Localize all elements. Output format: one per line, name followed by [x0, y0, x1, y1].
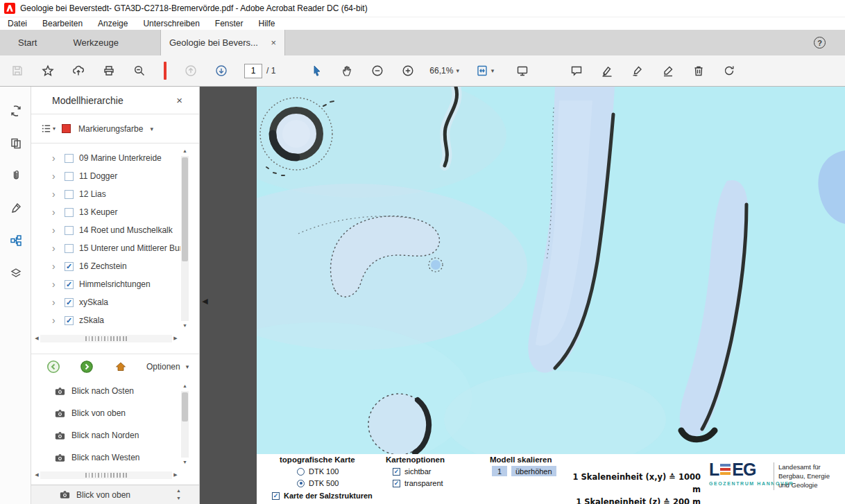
views-horizontal-scrollbar[interactable]: ◀ ▶ [33, 470, 179, 480]
tab-start[interactable]: Start [0, 30, 55, 55]
tab-werkzeuge[interactable]: Werkzeuge [55, 30, 137, 55]
fit-page-dropdown[interactable]: ▾ [469, 59, 501, 82]
tree-item[interactable]: ›✓xySkala [31, 293, 180, 311]
scroll-right-icon[interactable]: ▶ [172, 336, 179, 341]
scroll-down-icon[interactable]: ▼ [182, 322, 187, 329]
layer-checkbox[interactable]: ✓ [65, 262, 74, 271]
menu-fenster[interactable]: Fenster [207, 19, 251, 28]
chevron-right-icon[interactable]: › [52, 153, 60, 164]
layer-checkbox[interactable]: ✓ [65, 172, 74, 181]
checkbox-sichtbar[interactable]: ✓ [393, 468, 400, 476]
next-page-button[interactable] [210, 59, 233, 82]
menu-hilfe[interactable]: Hilfe [251, 19, 283, 28]
menu-anzeige[interactable]: Anzeige [90, 19, 135, 28]
scroll-up-icon[interactable]: ▲ [182, 148, 187, 155]
layer-checkbox[interactable]: ✓ [65, 154, 74, 163]
pdf-page[interactable]: topografische Karte DTK 100 DTK 500 ✓ Ka… [257, 87, 845, 504]
tab-close-icon[interactable]: × [271, 37, 276, 48]
next-view-button[interactable] [80, 360, 94, 374]
refresh-button[interactable] [717, 59, 741, 82]
marker-color-swatch[interactable] [62, 124, 71, 133]
tree-vertical-scrollbar[interactable]: ▲ ▼ [180, 148, 189, 329]
print-button[interactable] [97, 59, 121, 82]
radio-dtk500[interactable] [297, 480, 305, 487]
views-vertical-scrollbar[interactable]: ▲ ▼ [180, 383, 189, 466]
menu-unterschreiben[interactable]: Unterschreiben [135, 19, 207, 28]
tree-item[interactable]: ›✓13 Keuper [31, 203, 180, 221]
tree-horizontal-scrollbar[interactable]: ◀ ▶ [33, 333, 179, 343]
model-tree-icon[interactable] [8, 233, 24, 248]
view-item[interactable]: Blick nach Norden [31, 424, 180, 446]
scroll-up-icon[interactable]: ▲ [176, 487, 181, 494]
zoom-out-button[interactable] [366, 59, 389, 82]
view-item[interactable]: Blick von oben [31, 402, 180, 424]
chevron-right-icon[interactable]: › [52, 279, 60, 290]
chevron-right-icon[interactable]: › [52, 315, 60, 326]
screen-mode-button[interactable] [511, 59, 534, 82]
share-cloud-button[interactable] [67, 59, 90, 82]
view-item[interactable]: Blick nach Osten [31, 380, 180, 402]
radio-dtk100[interactable] [297, 468, 305, 476]
scroll-left-icon[interactable]: ◀ [33, 472, 40, 478]
menu-datei[interactable]: Datei [0, 19, 35, 28]
chevron-right-icon[interactable]: › [52, 207, 60, 218]
scale-value-field[interactable]: 1 [492, 466, 507, 476]
layer-checkbox[interactable]: ✓ [65, 316, 74, 325]
scroll-left-icon[interactable]: ◀ [33, 336, 40, 341]
list-options-icon[interactable] [40, 123, 52, 134]
chevron-right-icon[interactable]: › [52, 189, 60, 200]
layers-icon[interactable] [8, 266, 24, 281]
exaggerate-button[interactable]: überhöhen [511, 466, 556, 476]
home-view-icon[interactable] [114, 360, 127, 373]
chevron-down-icon[interactable]: ▾ [186, 363, 189, 370]
hand-tool-button[interactable] [335, 59, 359, 82]
chevron-right-icon[interactable]: › [52, 225, 60, 236]
previous-view-button[interactable] [46, 360, 60, 374]
layer-checkbox[interactable]: ✓ [65, 244, 74, 253]
scrollbar-grip[interactable] [85, 336, 127, 341]
tree-item[interactable]: ›✓14 Roet und Muschelkalk [31, 221, 180, 239]
save-button[interactable] [6, 59, 29, 82]
current-view-bar[interactable]: Blick von oben ▲▼ [31, 485, 199, 504]
layer-checkbox[interactable]: ✓ [65, 226, 74, 235]
tree-item[interactable]: ›✓16 Zechstein [31, 257, 180, 275]
fill-sign-button[interactable] [656, 59, 680, 82]
view-item[interactable]: Blick nach Westen [31, 446, 180, 469]
previous-page-button[interactable] [179, 59, 203, 82]
convert-icon[interactable] [8, 103, 24, 119]
help-icon[interactable]: ? [814, 37, 826, 49]
layer-checkbox[interactable]: ✓ [65, 190, 74, 199]
select-tool-button[interactable] [305, 59, 328, 82]
scroll-down-icon[interactable]: ▼ [176, 494, 181, 502]
sign-button[interactable] [626, 59, 649, 82]
scrollbar-thumb[interactable] [182, 157, 188, 261]
delete-button[interactable] [687, 59, 710, 82]
page-number-input[interactable] [244, 64, 262, 78]
pen-icon[interactable] [8, 200, 24, 216]
options-dropdown[interactable]: Optionen [146, 362, 180, 372]
scrollbar-thumb[interactable] [182, 392, 188, 422]
geology-3d-map[interactable] [257, 87, 845, 454]
tree-item[interactable]: ›✓Himmelsrichtungen [31, 275, 180, 293]
tree-item[interactable]: ›✓12 Lias [31, 185, 180, 203]
panel-collapse-button[interactable]: ◀ [200, 292, 210, 310]
checkbox-transparent[interactable]: ✓ [393, 480, 400, 487]
layer-checkbox[interactable]: ✓ [65, 298, 74, 307]
highlight-button[interactable] [595, 59, 619, 82]
scroll-down-icon[interactable]: ▼ [182, 459, 187, 466]
scrollbar-grip[interactable] [85, 473, 127, 478]
tree-item[interactable]: ›✓zSkala [31, 311, 180, 329]
checkbox-salzstrukturen[interactable]: ✓ [272, 492, 280, 500]
comment-button[interactable] [565, 59, 588, 82]
zoom-search-button[interactable] [128, 59, 151, 82]
tab-document[interactable]: Geologie bei Bevers... × [160, 30, 285, 55]
tree-item[interactable]: ›✓15 Unterer und Mittlerer Bur [31, 239, 180, 257]
zoom-level-dropdown[interactable]: 66,1% ▾ [429, 66, 459, 76]
close-icon[interactable]: × [176, 94, 182, 106]
chevron-right-icon[interactable]: › [52, 243, 60, 254]
chevron-right-icon[interactable]: › [52, 261, 60, 272]
star-button[interactable] [36, 59, 60, 82]
scroll-right-icon[interactable]: ▶ [172, 472, 179, 478]
zoom-in-button[interactable] [396, 59, 420, 82]
tree-item[interactable]: ›✓11 Dogger [31, 167, 180, 185]
